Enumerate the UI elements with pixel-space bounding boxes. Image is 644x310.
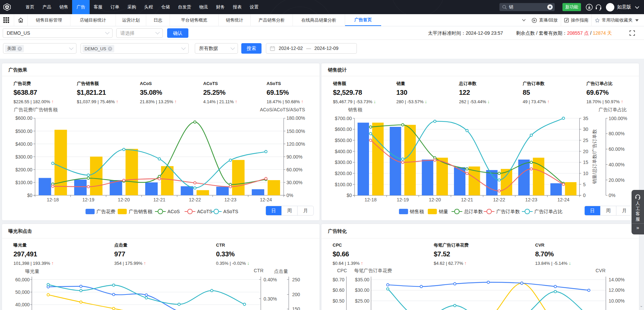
svg-text:$700.00: $700.00 — [335, 116, 352, 121]
svg-text:广告订单占比: 广告订单占比 — [534, 209, 563, 214]
svg-text:12-23: 12-23 — [224, 197, 237, 202]
svg-text:$0: $0 — [346, 193, 352, 198]
svg-text:广告花费: 广告花费 — [96, 209, 115, 214]
svg-text:CTR: CTR — [254, 268, 264, 273]
svg-text:0.40%: 0.40% — [264, 277, 277, 282]
svg-text:广告花费/广告销售额: 广告花费/广告销售额 — [14, 107, 58, 112]
svg-text:120.00%: 120.00% — [286, 141, 305, 147]
svg-text:12-21: 12-21 — [461, 197, 473, 202]
svg-text:$600.00: $600.00 — [15, 115, 32, 121]
svg-text:40,000: 40,000 — [15, 302, 30, 307]
svg-text:$500.00: $500.00 — [15, 129, 32, 134]
svg-text:$500.00: $500.00 — [335, 138, 352, 143]
svg-text:广告订单数: 广告订单数 — [496, 209, 520, 214]
svg-text:$400.00: $400.00 — [335, 149, 352, 154]
svg-text:90.00%: 90.00% — [286, 154, 302, 160]
svg-text:ACoS/ACoTS/ASoTS: ACoS/ACoTS/ASoTS — [260, 107, 305, 112]
svg-text:12-20: 12-20 — [429, 197, 441, 202]
svg-text:0%: 0% — [286, 193, 293, 198]
svg-text:销售额: 销售额 — [348, 107, 362, 112]
svg-text:$200.00: $200.00 — [335, 171, 352, 176]
svg-text:0: 0 — [583, 193, 586, 198]
svg-text:20.00%: 20.00% — [609, 177, 624, 183]
svg-text:$0.60: $0.60 — [333, 287, 344, 293]
svg-text:150.00%: 150.00% — [286, 129, 305, 134]
svg-text:12-19: 12-19 — [82, 197, 94, 202]
svg-text:12-22: 12-22 — [189, 197, 201, 202]
svg-text:30: 30 — [583, 126, 588, 132]
svg-text:销售额: 销售额 — [409, 209, 424, 214]
svg-text:0%: 0% — [609, 193, 615, 198]
svg-text:$300.00: $300.00 — [15, 154, 32, 160]
svg-text:ASoTS: ASoTS — [223, 209, 238, 214]
svg-text:25: 25 — [583, 138, 588, 143]
svg-text:$100.00: $100.00 — [335, 182, 352, 187]
svg-text:点击量: 点击量 — [274, 269, 288, 274]
svg-text:150: 150 — [292, 306, 300, 310]
svg-text:60.00%: 60.00% — [286, 167, 302, 172]
svg-text:$600.00: $600.00 — [335, 126, 352, 132]
svg-text:12-24: 12-24 — [557, 197, 570, 202]
svg-text:12-20: 12-20 — [118, 197, 130, 202]
svg-text:$400.00: $400.00 — [15, 141, 32, 147]
svg-text:曝光量: 曝光量 — [25, 269, 39, 274]
svg-text:12.00%: 12.00% — [609, 287, 624, 293]
svg-text:$0.70: $0.70 — [333, 277, 344, 282]
svg-text:12-19: 12-19 — [397, 197, 409, 202]
svg-text:50,000: 50,000 — [15, 289, 30, 295]
svg-text:20: 20 — [583, 149, 588, 154]
svg-text:200: 200 — [292, 292, 300, 297]
svg-text:0.30%: 0.30% — [264, 296, 277, 302]
svg-text:$0.50: $0.50 — [333, 298, 344, 304]
svg-text:$25.00: $25.00 — [355, 298, 369, 304]
svg-text:$35.00: $35.00 — [355, 277, 369, 282]
svg-text:250: 250 — [292, 277, 300, 282]
svg-text:14.00%: 14.00% — [609, 277, 624, 282]
svg-text:$300.00: $300.00 — [335, 160, 352, 165]
svg-text:12-18: 12-18 — [365, 197, 377, 202]
svg-text:ACoTS: ACoTS — [197, 209, 212, 214]
svg-text:销量/总订单数/广告订单数: 销量/总订单数/广告订单数 — [592, 129, 597, 184]
svg-text:$100.00: $100.00 — [15, 180, 32, 185]
svg-text:广告销售额: 广告销售额 — [129, 209, 152, 214]
svg-text:ACoS: ACoS — [167, 209, 180, 214]
svg-text:销量: 销量 — [438, 209, 448, 214]
svg-text:每笔广告订单花费: 每笔广告订单花费 — [354, 268, 392, 273]
svg-text:40.00%: 40.00% — [609, 162, 624, 167]
svg-text:5: 5 — [583, 182, 586, 187]
svg-text:60,000: 60,000 — [15, 277, 30, 282]
svg-text:12-24: 12-24 — [260, 197, 272, 202]
svg-text:总订单数: 总订单数 — [464, 209, 483, 214]
svg-text:广告订单占比: 广告订单占比 — [599, 107, 627, 112]
svg-text:15: 15 — [583, 160, 588, 165]
svg-text:12-23: 12-23 — [525, 197, 538, 202]
svg-text:12-18: 12-18 — [47, 197, 59, 202]
svg-text:10.00%: 10.00% — [609, 298, 624, 304]
svg-text:CPC: CPC — [337, 268, 347, 273]
svg-text:CVR: CVR — [595, 268, 606, 273]
svg-text:12-21: 12-21 — [153, 197, 165, 202]
svg-text:60.00%: 60.00% — [609, 146, 624, 152]
svg-text:35: 35 — [583, 116, 588, 121]
svg-text:$200.00: $200.00 — [15, 167, 32, 172]
svg-text:100.00%: 100.00% — [609, 116, 627, 121]
svg-text:12-22: 12-22 — [493, 197, 505, 202]
svg-text:80.00%: 80.00% — [609, 131, 624, 136]
svg-text:$30.00: $30.00 — [355, 287, 369, 293]
svg-text:180.00%: 180.00% — [286, 115, 305, 121]
svg-text:$0: $0 — [27, 193, 32, 198]
svg-text:10: 10 — [583, 171, 588, 176]
svg-text:30.00%: 30.00% — [286, 180, 302, 185]
